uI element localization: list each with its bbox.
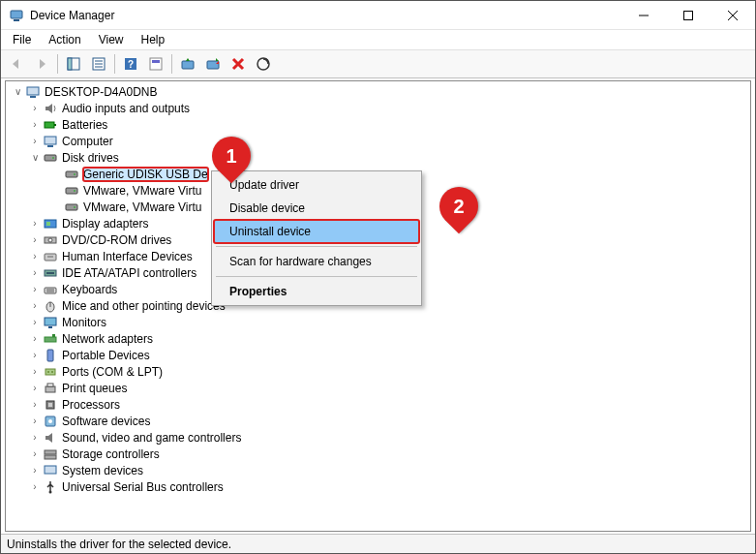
properties-button[interactable] bbox=[87, 52, 110, 76]
menu-file[interactable]: File bbox=[5, 31, 39, 48]
annotation-number: 2 bbox=[453, 196, 464, 218]
scan-hardware-button[interactable] bbox=[252, 52, 275, 76]
menu-view[interactable]: View bbox=[91, 31, 132, 48]
expand-toggle[interactable]: › bbox=[27, 265, 43, 281]
disk-icon bbox=[64, 200, 79, 215]
disable-device-button[interactable] bbox=[201, 52, 225, 76]
expand-toggle[interactable]: › bbox=[27, 397, 43, 413]
expand-toggle[interactable]: › bbox=[27, 282, 43, 297]
expand-toggle[interactable]: › bbox=[27, 381, 43, 396]
disk-icon bbox=[64, 167, 79, 182]
tree-node-software[interactable]: › Software devices bbox=[6, 413, 750, 429]
svg-rect-7 bbox=[68, 58, 72, 70]
svg-rect-49 bbox=[52, 334, 55, 337]
expand-toggle[interactable]: › bbox=[27, 249, 43, 264]
window-title: Device Manager bbox=[30, 9, 621, 22]
expand-toggle[interactable]: › bbox=[27, 232, 43, 248]
tree-node-label: Mice and other pointing devices bbox=[62, 299, 226, 313]
svg-rect-14 bbox=[150, 58, 162, 70]
uninstall-device-button[interactable] bbox=[227, 52, 250, 76]
tree-node-usb[interactable]: › Universal Serial Bus controllers bbox=[6, 478, 750, 495]
storage-controller-icon bbox=[43, 446, 58, 462]
tree-node-monitors[interactable]: › Monitors bbox=[6, 314, 750, 330]
toolbar-separator bbox=[57, 54, 58, 74]
expand-toggle[interactable]: › bbox=[27, 414, 43, 429]
expand-toggle[interactable]: › bbox=[27, 298, 43, 314]
tree-node-disk-drives[interactable]: ∨ Disk drives bbox=[6, 149, 750, 166]
expand-toggle[interactable]: › bbox=[27, 134, 43, 149]
back-button[interactable] bbox=[5, 52, 28, 76]
tree-node-label: Storage controllers bbox=[62, 447, 160, 461]
show-hide-tree-button[interactable] bbox=[62, 52, 85, 76]
update-driver-button[interactable] bbox=[176, 52, 199, 76]
svg-rect-51 bbox=[45, 369, 55, 375]
context-scan-hardware[interactable]: Scan for hardware changes bbox=[214, 250, 419, 273]
expand-toggle[interactable]: › bbox=[27, 216, 43, 231]
context-uninstall-device[interactable]: Uninstall device bbox=[214, 220, 419, 243]
svg-point-28 bbox=[74, 173, 76, 175]
tree-node-label: Computer bbox=[62, 135, 113, 148]
computer-icon bbox=[43, 134, 58, 149]
battery-icon bbox=[43, 117, 58, 133]
maximize-button[interactable] bbox=[666, 1, 711, 29]
expand-toggle[interactable]: › bbox=[27, 364, 43, 380]
tree-node-label: Ports (COM & LPT) bbox=[62, 365, 163, 379]
expand-toggle[interactable]: ∨ bbox=[10, 84, 25, 100]
svg-point-36 bbox=[48, 238, 52, 242]
expand-toggle[interactable]: ∨ bbox=[27, 150, 43, 166]
svg-rect-55 bbox=[47, 384, 53, 386]
expand-toggle[interactable]: › bbox=[27, 117, 43, 133]
tree-node-portable[interactable]: › Portable Devices bbox=[6, 347, 750, 363]
context-update-driver[interactable]: Update driver bbox=[214, 173, 419, 197]
tree-node-storage[interactable]: › Storage controllers bbox=[6, 446, 750, 462]
tree-node-label: DVD/CD-ROM drives bbox=[62, 233, 171, 247]
tree-node-batteries[interactable]: › Batteries bbox=[6, 116, 750, 133]
svg-rect-47 bbox=[48, 326, 52, 328]
tree-node-label: Generic UDISK USB De bbox=[83, 168, 208, 181]
tree-root-node[interactable]: ∨ DESKTOP-D4A0DNB bbox=[6, 83, 750, 100]
expand-toggle[interactable]: › bbox=[27, 479, 43, 495]
tree-node-audio[interactable]: › Audio inputs and outputs bbox=[6, 100, 750, 116]
tree-node-ports[interactable]: › Ports (COM & LPT) bbox=[6, 363, 750, 380]
printer-icon bbox=[43, 381, 58, 396]
close-button[interactable] bbox=[711, 1, 755, 29]
toolbar-separator bbox=[171, 54, 172, 74]
expand-toggle[interactable]: › bbox=[27, 315, 43, 330]
properties-sheet-button[interactable] bbox=[144, 52, 167, 76]
forward-button[interactable] bbox=[30, 52, 53, 76]
expand-toggle[interactable]: › bbox=[27, 430, 43, 446]
menu-action[interactable]: Action bbox=[41, 31, 88, 48]
expand-toggle[interactable]: › bbox=[27, 446, 43, 462]
svg-rect-1 bbox=[14, 19, 19, 21]
tree-node-sound[interactable]: › Sound, video and game controllers bbox=[6, 429, 750, 446]
tree-node-label: Universal Serial Bus controllers bbox=[62, 480, 224, 494]
app-icon bbox=[9, 8, 24, 23]
svg-rect-31 bbox=[66, 204, 77, 210]
tree-node-system[interactable]: › System devices bbox=[6, 462, 750, 478]
toolbar-separator bbox=[114, 54, 115, 74]
tree-node-label: Audio inputs and outputs bbox=[62, 102, 190, 115]
svg-rect-40 bbox=[46, 272, 54, 274]
tree-node-computer[interactable]: › Computer bbox=[6, 133, 750, 149]
tree-node-network[interactable]: › Network adapters bbox=[6, 330, 750, 347]
expand-toggle[interactable]: › bbox=[27, 463, 43, 478]
expand-toggle[interactable]: › bbox=[27, 101, 43, 116]
tree-node-processors[interactable]: › Processors bbox=[6, 396, 750, 413]
minimize-button[interactable] bbox=[621, 1, 666, 29]
tree-node-label: Keyboards bbox=[62, 283, 117, 296]
expand-toggle[interactable]: › bbox=[27, 348, 43, 363]
context-properties[interactable]: Properties bbox=[214, 280, 419, 303]
context-disable-device[interactable]: Disable device bbox=[214, 197, 419, 220]
tree-node-label: DESKTOP-D4A0DNB bbox=[45, 85, 157, 99]
expand-toggle[interactable]: › bbox=[27, 331, 43, 347]
svg-rect-34 bbox=[46, 222, 50, 226]
tree-node-print-queues[interactable]: › Print queues bbox=[6, 380, 750, 396]
tree-node-label: Monitors bbox=[62, 316, 106, 329]
device-tree-pane[interactable]: ∨ DESKTOP-D4A0DNB › Audio inputs and out… bbox=[5, 80, 751, 532]
svg-point-30 bbox=[74, 190, 76, 192]
svg-rect-20 bbox=[30, 96, 36, 98]
svg-rect-54 bbox=[45, 386, 55, 392]
svg-point-63 bbox=[49, 490, 52, 493]
menu-help[interactable]: Help bbox=[134, 31, 173, 48]
help-button[interactable]: ? bbox=[119, 52, 142, 76]
